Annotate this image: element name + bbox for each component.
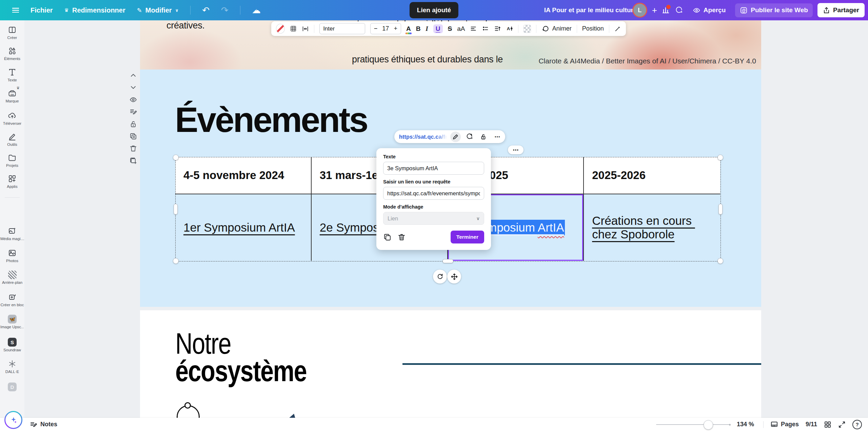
link-1er-symposium[interactable]: 1er Symposium ArtIA — [183, 221, 295, 234]
cell-spacing-icon[interactable] — [302, 25, 309, 33]
events-heading[interactable]: Évènements — [175, 100, 367, 140]
publish-website-button[interactable]: @ Publier le site Web — [735, 3, 813, 17]
selection-handle-nw[interactable] — [173, 155, 179, 160]
sidebar-item-marque[interactable]: co ♛ Marque — [0, 89, 24, 103]
delete-section-button[interactable] — [129, 144, 137, 153]
selection-handle-sw[interactable] — [173, 258, 179, 264]
list-icon[interactable] — [482, 25, 489, 33]
display-mode-select[interactable]: Lien ∨ — [383, 212, 484, 225]
animate-button[interactable]: Animer — [541, 25, 572, 33]
eco-heading-line2[interactable]: écosystème — [175, 357, 307, 385]
table-grid-icon[interactable] — [290, 25, 297, 33]
zoom-level[interactable]: 134 % — [737, 421, 756, 428]
link-text-input[interactable] — [383, 162, 484, 175]
sidebar-item-creer-en-bloc[interactable]: Créer en bloc — [0, 293, 24, 307]
zoom-slider-track[interactable] — [656, 424, 730, 425]
transparency-button[interactable] — [524, 25, 531, 33]
sidebar-item-applis[interactable]: Applis — [0, 174, 24, 189]
main-menu-icon[interactable] — [12, 8, 19, 13]
sidebar-item-soundraw[interactable]: S Soundraw — [0, 338, 24, 352]
delete-link-button[interactable] — [397, 233, 406, 241]
invite-member-button[interactable]: + — [652, 5, 657, 16]
document-title[interactable]: IA Pour et par le milieu culturel — [544, 6, 626, 14]
selection-handle-w[interactable] — [174, 204, 178, 215]
selection-handle-se[interactable] — [717, 258, 723, 264]
lock-section-button[interactable] — [129, 120, 137, 128]
fullscreen-button[interactable] — [838, 421, 846, 428]
sidebar-item-image-upscaler[interactable]: 🦋 Image Upsc… — [0, 315, 24, 329]
intro-left-text[interactable]: créatives. — [166, 20, 205, 31]
table-row-cell[interactable]: Créations en cours chez Spoborole — [584, 194, 720, 261]
done-button[interactable]: Terminer — [451, 231, 484, 243]
underline-button[interactable]: U — [433, 24, 443, 33]
position-button[interactable]: Position — [582, 25, 604, 32]
magic-format-icon[interactable] — [614, 25, 621, 33]
move-handle[interactable] — [447, 270, 461, 283]
text-case-button[interactable]: aA — [457, 25, 465, 33]
share-button[interactable]: Partager — [817, 3, 865, 17]
pages-button[interactable]: Pages — [770, 420, 799, 428]
canvas-page-ecosystem[interactable]: Notre écosystème — [140, 310, 761, 418]
sidebar-item-creer[interactable]: Créer — [0, 25, 24, 40]
table-row-cell[interactable]: 1er Symposium ArtIA — [175, 194, 312, 261]
link-url-input[interactable] — [383, 187, 484, 200]
text-color-button[interactable]: A — [406, 25, 411, 32]
more-options-button[interactable]: ⋯ — [492, 132, 502, 142]
edit-menu[interactable]: ✎ Modifier ∨ — [137, 6, 179, 14]
grid-view-button[interactable] — [824, 421, 831, 428]
eco-heading-line1[interactable]: Notre — [175, 330, 307, 357]
redo-button[interactable]: ↷ — [221, 5, 229, 15]
sidebar-item-partial-app[interactable]: D — [0, 383, 24, 391]
zoom-slider-thumb[interactable] — [704, 420, 713, 430]
table-header-cell[interactable]: 4-5 novembre 2024 — [175, 157, 312, 194]
sidebar-item-elements[interactable]: Éléments — [0, 46, 24, 61]
section-notes-button[interactable] — [129, 108, 137, 116]
move-section-down-button[interactable] — [129, 83, 137, 92]
duplicate-section-button[interactable] — [129, 132, 137, 140]
selection-handle-s[interactable] — [442, 259, 453, 263]
font-size-increase[interactable]: + — [394, 25, 397, 32]
comments-button[interactable] — [675, 6, 683, 15]
rotate-handle[interactable] — [433, 270, 447, 283]
file-menu[interactable]: Fichier — [31, 6, 53, 14]
selection-handle-e[interactable] — [718, 204, 723, 215]
insights-button[interactable] — [662, 6, 670, 14]
sidebar-item-televerser[interactable]: Téléverser — [0, 111, 24, 125]
letter-spacing-icon[interactable]: A — [506, 25, 513, 33]
align-icon[interactable] — [470, 25, 477, 33]
table-header-cell[interactable]: 2025-2026 — [584, 157, 720, 194]
cell-options-button[interactable]: ⋯ — [508, 145, 524, 154]
strikethrough-button[interactable]: S — [448, 25, 452, 33]
line-spacing-icon[interactable] — [494, 25, 501, 33]
sidebar-item-photos[interactable]: Photos — [0, 249, 24, 263]
resize-menu[interactable]: ♛ Redimensionner — [64, 6, 125, 14]
font-family-select[interactable]: Inter — [319, 23, 365, 34]
add-page-button[interactable] — [129, 157, 137, 165]
sidebar-item-arriere-plan[interactable]: Arrière-plan — [0, 271, 24, 285]
table-color-icon[interactable] — [276, 24, 285, 34]
lock-link-button[interactable] — [478, 132, 489, 142]
preview-button[interactable]: Aperçu — [688, 3, 730, 17]
sidebar-item-outils[interactable]: Outils — [0, 132, 24, 146]
hide-section-button[interactable] — [129, 96, 137, 104]
edit-link-button[interactable] — [450, 132, 461, 142]
link-url[interactable]: https://sat.qc.ca/fr/evene — [399, 134, 447, 140]
sidebar-item-texte[interactable]: Texte — [0, 68, 24, 82]
sidebar-item-dalle[interactable]: DALL·E — [0, 359, 24, 374]
sidebar-item-media-magique[interactable]: Média magi… — [0, 227, 24, 241]
notes-button[interactable]: Notes — [30, 421, 57, 428]
assistant-button[interactable] — [4, 411, 22, 429]
comment-button[interactable] — [464, 132, 475, 142]
avatar[interactable]: L — [632, 3, 647, 18]
copy-link-button[interactable] — [383, 233, 392, 241]
compass-drawing[interactable] — [177, 405, 200, 418]
move-section-up-button[interactable] — [129, 71, 137, 79]
divider-rule[interactable] — [402, 363, 761, 365]
undo-button[interactable]: ↶ — [202, 5, 210, 15]
font-size-decrease[interactable]: − — [374, 25, 378, 32]
intro-paragraph-line2[interactable]: pratiques éthiques et durables dans le — [352, 54, 503, 65]
italic-button[interactable]: I — [426, 25, 428, 33]
link-creations-spoborole[interactable]: Créations en cours chez Spoborole — [592, 214, 712, 241]
bold-button[interactable]: B — [416, 25, 421, 33]
font-size-value[interactable]: 17 — [382, 25, 389, 32]
